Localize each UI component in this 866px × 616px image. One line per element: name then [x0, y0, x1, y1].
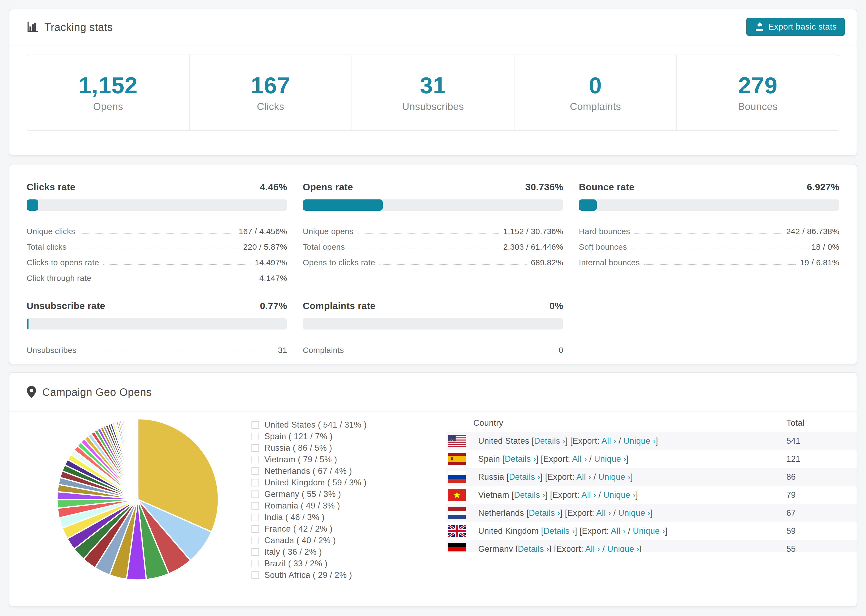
legend-swatch: [252, 571, 259, 579]
legend-item: Romania ( 49 / 3% ): [252, 500, 367, 511]
country-flag-icon: [448, 525, 466, 537]
rate-detail-row: Clicks to opens rate 14.497%: [27, 251, 287, 267]
dotted-leader: [71, 248, 239, 249]
export-all-link[interactable]: All ›: [581, 490, 596, 500]
dotted-leader: [379, 264, 527, 265]
geo-pie-chart[interactable]: [51, 413, 225, 586]
country-table-row: United Kingdom [Details ›] [Export: All …: [446, 522, 857, 540]
summary-stat-value: 279: [738, 73, 778, 97]
legend-swatch: [252, 548, 259, 556]
export-unique-link[interactable]: Unique ›: [603, 490, 636, 500]
legend-label: Vietnam ( 79 / 5% ): [265, 455, 337, 464]
country-table-row: Vietnam [Details ›] [Export: All › / Uni…: [446, 486, 857, 504]
rate-progress-bar: [579, 200, 839, 211]
rate-detail-value: 220 / 5.87%: [243, 242, 287, 251]
legend-label: Brazil ( 33 / 2% ): [265, 559, 328, 569]
tracking-stats-page: Tracking stats Export basic stats 1,152 …: [0, 0, 866, 616]
geo-title-text: Campaign Geo Opens: [42, 386, 152, 398]
legend-label: Spain ( 121 / 7% ): [265, 432, 333, 441]
legend-item: Italy ( 36 / 2% ): [252, 546, 367, 558]
summary-stat-cell: 167 Clicks: [189, 55, 351, 130]
rate-panel-title: Opens rate: [303, 182, 353, 192]
rate-detail-value: 19 / 6.81%: [800, 258, 839, 267]
rate-panel: Unsubscribe rate 0.77% Unsubscribes 31: [27, 300, 287, 355]
rate-detail-value: 167 / 4.456%: [239, 227, 287, 236]
country-total-value: 86: [786, 472, 795, 482]
legend-label: India ( 46 / 3% ): [265, 512, 324, 522]
rate-progress-fill: [579, 200, 597, 211]
details-link[interactable]: Details ›: [518, 544, 549, 552]
export-unique-link[interactable]: Unique ›: [618, 508, 650, 518]
export-all-link[interactable]: All ›: [572, 454, 587, 464]
export-basic-stats-button[interactable]: Export basic stats: [746, 18, 845, 36]
geo-header: Campaign Geo Opens: [9, 373, 857, 412]
legend-swatch: [252, 502, 259, 509]
legend-item: Spain ( 121 / 7% ): [252, 431, 367, 442]
rate-detail-row: Hard bounces 242 / 86.738%: [579, 220, 839, 236]
summary-stat-label: Opens: [93, 101, 123, 112]
rate-detail-label: Click through rate: [27, 273, 91, 283]
details-link[interactable]: Details ›: [514, 490, 545, 500]
legend-label: South Africa ( 29 / 2% ): [265, 570, 352, 580]
legend-label: Russia ( 86 / 5% ): [265, 443, 332, 453]
details-link[interactable]: Details ›: [543, 526, 575, 536]
country-table-row: Spain [Details ›] [Export: All › / Uniqu…: [446, 449, 857, 468]
dotted-leader: [635, 233, 782, 234]
summary-stat-label: Clicks: [257, 101, 284, 112]
rate-detail-value: 689.82%: [531, 258, 564, 267]
country-total-value: 541: [786, 436, 800, 446]
rates-card: Clicks rate 4.46% Unique clicks 167 / 4.…: [9, 164, 857, 365]
summary-stat-label: Bounces: [738, 101, 778, 112]
country-name: United States: [478, 436, 529, 446]
dotted-leader: [358, 233, 499, 234]
rate-progress-bar: [303, 200, 564, 211]
rate-detail-label: Hard bounces: [579, 227, 630, 236]
legend-label: United Kingdom ( 59 / 3% ): [265, 478, 367, 487]
geo-title: Campaign Geo Opens: [27, 386, 152, 399]
export-all-link[interactable]: All ›: [601, 436, 616, 446]
details-link[interactable]: Details ›: [509, 472, 540, 482]
rate-detail-row: Internal bounces 19 / 6.81%: [579, 251, 839, 267]
export-all-link[interactable]: All ›: [585, 544, 600, 552]
rate-panel-value: 4.46%: [260, 182, 287, 192]
tracking-stats-title: Tracking stats: [27, 21, 113, 33]
summary-stat-value: 31: [420, 73, 446, 97]
details-link[interactable]: Details ›: [534, 436, 565, 446]
country-flag-icon: [448, 453, 466, 465]
export-all-link[interactable]: All ›: [611, 526, 625, 536]
rate-detail-value: 1,152 / 30.736%: [503, 227, 563, 236]
rate-detail-row: Opens to clicks rate 689.82%: [303, 251, 564, 267]
rate-detail-label: Complaints: [303, 346, 344, 355]
details-link[interactable]: Details ›: [505, 454, 536, 464]
country-flag-icon: [448, 471, 466, 483]
export-unique-link[interactable]: Unique ›: [624, 436, 656, 446]
rate-detail-row: Unique clicks 167 / 4.456%: [27, 220, 287, 236]
export-unique-link[interactable]: Unique ›: [598, 472, 631, 482]
legend-item: India ( 46 / 3% ): [252, 511, 367, 523]
rate-detail-label: Clicks to opens rate: [27, 258, 99, 267]
dotted-leader: [349, 248, 499, 249]
legend-item: Russia ( 86 / 5% ): [252, 442, 367, 454]
rate-panel: Complaints rate 0% Complaints 0: [303, 300, 564, 355]
export-unique-link[interactable]: Unique ›: [633, 526, 665, 536]
legend-swatch: [252, 525, 259, 533]
rate-detail-label: Unique clicks: [27, 227, 75, 236]
rate-detail-row: Unique opens 1,152 / 30.736%: [303, 220, 564, 236]
legend-swatch: [252, 421, 259, 429]
export-all-link[interactable]: All ›: [576, 472, 591, 482]
legend-swatch: [252, 433, 259, 440]
country-total-value: 79: [786, 490, 795, 500]
rate-panel-title: Clicks rate: [27, 182, 75, 192]
rate-detail-label: Soft bounces: [579, 242, 627, 251]
country-flag-icon: [448, 543, 466, 552]
legend-label: Netherlands ( 67 / 4% ): [265, 466, 352, 476]
map-pin-icon: [27, 386, 36, 399]
export-unique-link[interactable]: Unique ›: [607, 544, 639, 552]
export-unique-link[interactable]: Unique ›: [594, 454, 627, 464]
legend-label: France ( 42 / 2% ): [265, 524, 333, 534]
rate-detail-value: 14.497%: [255, 258, 287, 267]
details-link[interactable]: Details ›: [529, 508, 560, 518]
summary-stat-cell: 1,152 Opens: [27, 55, 189, 130]
country-name: Netherlands: [478, 508, 524, 518]
export-all-link[interactable]: All ›: [596, 508, 611, 518]
